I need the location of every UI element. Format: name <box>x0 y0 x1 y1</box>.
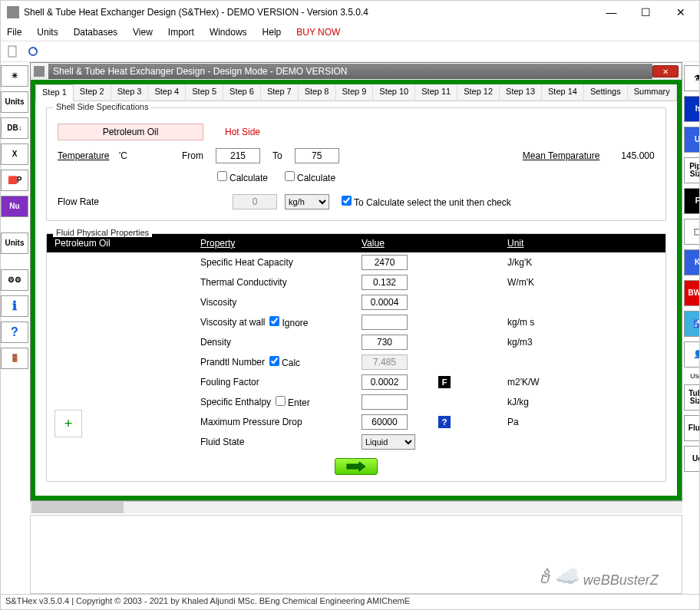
u-tool[interactable]: U <box>684 127 699 153</box>
refresh-icon[interactable] <box>27 45 39 58</box>
prop-input[interactable] <box>362 255 408 270</box>
right-toolbar: ⚗hUPipe SizeF⬚KBWG🚰👤UserTube SizeFluidUo <box>684 62 699 594</box>
pipe-size[interactable]: Pipe Size <box>684 157 699 183</box>
fluid-tool[interactable]: Fluid <box>684 415 699 441</box>
flask-tool[interactable]: ⚗ <box>684 65 699 91</box>
menu-buy-now[interactable]: BUY NOW <box>296 27 340 38</box>
tab-step-12[interactable]: Step 12 <box>457 84 500 101</box>
doc-close-button[interactable]: ✕ <box>652 65 679 77</box>
menu-units[interactable]: Units <box>37 27 58 38</box>
tab-summary[interactable]: Summary <box>628 84 677 101</box>
menu-databases[interactable]: Databases <box>74 27 117 38</box>
f-tool[interactable]: F <box>684 188 699 214</box>
bwg-tool[interactable]: BWG <box>684 280 699 306</box>
prop-label: Viscosity at wall <box>200 317 265 328</box>
prop-input[interactable] <box>362 275 408 290</box>
prop-unit: Pa <box>507 417 519 427</box>
prop-check-calc[interactable]: Calc <box>269 356 300 368</box>
prop-row: Densitykg/m3 <box>47 332 665 352</box>
menu-view[interactable]: View <box>133 27 153 38</box>
next-button[interactable] <box>335 458 378 475</box>
horizontal-scrollbar[interactable] <box>30 501 682 513</box>
tab-step-6[interactable]: Step 6 <box>223 84 261 101</box>
toolbar <box>1 41 699 62</box>
prop-label: Specific Heat Capacity <box>200 257 293 268</box>
tab-step-4[interactable]: Step 4 <box>148 84 186 101</box>
to-label: To <box>272 150 282 161</box>
hot-side-label: Hot Side <box>225 127 260 137</box>
menu-file[interactable]: File <box>7 27 21 38</box>
tube-size[interactable]: Tube Size <box>684 384 699 411</box>
uo-tool[interactable]: Uo <box>684 446 699 472</box>
db-down[interactable]: DB↓ <box>1 117 28 139</box>
prop-label: Density <box>200 337 231 348</box>
fluid-state-select[interactable]: Liquid <box>362 434 415 450</box>
tab-step-1[interactable]: Step 1 <box>35 84 74 101</box>
tab-step-2[interactable]: Step 2 <box>74 84 111 101</box>
pattern-tool[interactable]: ⬚ <box>684 219 699 245</box>
calc-to-check[interactable]: Calculate <box>285 171 335 183</box>
flow-unit-select[interactable]: kg/h <box>285 194 329 209</box>
tab-step-7[interactable]: Step 7 <box>261 84 299 101</box>
tab-step-13[interactable]: Step 13 <box>500 84 542 101</box>
menu-windows[interactable]: Windows <box>210 27 247 38</box>
tab-step-5[interactable]: Step 5 <box>186 84 223 101</box>
props-group-label: Fluid Physical Properties <box>53 228 152 237</box>
prop-row: Prandtl NumberCalc <box>47 352 665 372</box>
help-badge-icon[interactable]: ? <box>438 416 451 428</box>
prop-label: Fouling Factor <box>200 377 259 387</box>
h-tool[interactable]: h <box>684 96 699 122</box>
tab-step-8[interactable]: Step 8 <box>299 84 336 101</box>
prop-input[interactable] <box>362 354 408 370</box>
tab-step-11[interactable]: Step 11 <box>415 84 457 101</box>
prop-check-ignore[interactable]: Ignore <box>269 316 308 328</box>
prop-unit: W/m'K <box>507 277 534 288</box>
menu-help[interactable]: Help <box>262 27 282 38</box>
tab-step-10[interactable]: Step 10 <box>373 84 415 101</box>
prop-input[interactable] <box>362 315 408 330</box>
temp-from-input[interactable] <box>216 148 260 163</box>
info-tool[interactable]: ℹ <box>1 295 28 317</box>
temp-unit: 'C <box>119 150 142 161</box>
flow-rate-input[interactable] <box>233 194 277 209</box>
temp-to-input[interactable] <box>295 148 339 163</box>
doc-icon <box>34 66 45 77</box>
minimize-button[interactable]: — <box>594 2 629 23</box>
titlebar: Shell & Tube Heat Exchanger Design (S&TH… <box>1 1 699 24</box>
prop-check-enter[interactable]: Enter <box>276 396 310 408</box>
new-file[interactable]: ✳ <box>1 65 28 87</box>
user-tool[interactable]: 👤 <box>684 341 699 368</box>
excel-tool[interactable]: X <box>1 143 28 165</box>
tap-tool[interactable]: 🚰 <box>684 311 699 337</box>
prop-input[interactable] <box>362 374 408 390</box>
units-bar[interactable]: Units <box>1 232 28 254</box>
k-tool[interactable]: K <box>684 249 699 275</box>
add-file-button[interactable]: + <box>54 410 82 437</box>
prop-input[interactable] <box>362 394 408 410</box>
tab-settings[interactable]: Settings <box>584 84 628 101</box>
calc-from-check[interactable]: Calculate <box>217 171 268 183</box>
doc-window: Shell & Tube Heat Exchanger Design - Des… <box>30 62 682 501</box>
tab-step-14[interactable]: Step 14 <box>542 84 584 101</box>
f-badge-icon[interactable]: F <box>438 376 451 388</box>
tab-step-9[interactable]: Step 9 <box>336 84 374 101</box>
bottom-panel: 🕯☁️ weBBusterZ <box>30 515 682 594</box>
gears-tool[interactable]: ⚙⚙ <box>1 269 28 291</box>
prop-input[interactable] <box>362 295 408 310</box>
prop-input[interactable] <box>362 335 408 350</box>
fluid-name-box[interactable]: Petroleum Oil <box>58 124 203 140</box>
help-tool[interactable]: ? <box>1 321 28 343</box>
maximize-button[interactable]: ☐ <box>629 2 663 23</box>
prop-unit: J/kg'K <box>507 257 532 268</box>
units-tool[interactable]: Units <box>1 91 28 113</box>
flow-calc-check[interactable]: To Calculate select the unit then check <box>342 196 511 208</box>
doc-title: Shell & Tube Heat Exchanger Design - Des… <box>48 64 652 79</box>
menu-import[interactable]: Import <box>168 27 194 38</box>
prop-input[interactable] <box>362 414 408 430</box>
nu-tool[interactable]: Nu <box>1 196 28 217</box>
new-doc-icon[interactable] <box>7 45 19 58</box>
ip-tool[interactable]: 🟥P <box>1 170 28 191</box>
tab-step-3[interactable]: Step 3 <box>111 84 149 101</box>
exit-tool[interactable]: 🚪 <box>1 348 28 369</box>
close-button[interactable]: ✕ <box>663 2 698 23</box>
